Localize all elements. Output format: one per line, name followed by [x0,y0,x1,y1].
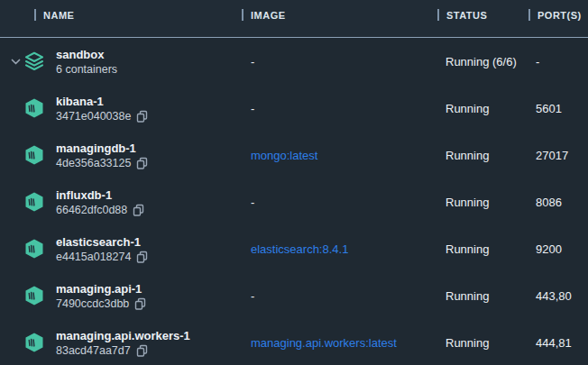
column-header-image-label: IMAGE [251,10,286,21]
container-id: 7490ccdc3dbb [56,297,129,311]
name-cell: kibana-1 3471e040038e [0,85,242,132]
image-link[interactable]: managing.api.workers:latest [242,336,437,350]
ports-cell: 443,80 [528,289,588,303]
ports-cell: 444,81 [528,336,588,350]
image-cell: - [242,102,437,115]
name-cell: managingdb-1 4de356a33125 [0,132,242,178]
copy-button[interactable] [133,204,144,216]
container-icon [23,97,45,119]
copy-icon [134,297,146,310]
name-block: elasticsearch-1 e4415a018274 [56,234,148,264]
container-id: 66462dfc0d88 [56,203,127,217]
name-block: managing.api-1 7490ccdc3dbb [56,281,146,311]
expand-toggle[interactable] [0,59,23,65]
container-id: e4415a018274 [56,250,131,264]
status-cell: Running [437,196,528,209]
name-block: kibana-1 3471e040038e [56,94,148,123]
name-block: sandbox 6 containers [56,47,117,77]
ports-cell: - [528,55,588,68]
container-name: elasticsearch-1 [56,234,148,250]
copy-button[interactable] [136,344,148,357]
column-divider [242,9,243,21]
container-name: influxdb-1 [56,187,144,203]
status-cell: Running (6/6) [437,55,528,68]
table-header: NAME IMAGE STATUS PORT(S) [0,0,588,38]
name-cell: sandbox 6 containers [0,38,242,85]
image-cell: - [242,289,437,303]
column-header-status[interactable]: STATUS [437,0,528,37]
status-cell: Running [437,336,528,350]
column-header-ports-label: PORT(S) [537,10,582,21]
copy-button[interactable] [136,110,148,123]
container-name: managing.api.workers-1 [56,328,190,343]
column-header-status-label: STATUS [446,10,487,21]
name-cell: managing.api-1 7490ccdc3dbb [0,272,242,319]
copy-icon [133,204,144,216]
ports-cell: 8086 [528,196,588,209]
name-block: influxdb-1 66462dfc0d88 [56,187,144,217]
container-id: 83acd47aa7d7 [56,343,131,358]
copy-button[interactable] [136,251,148,263]
container-id: 3471e040038e [56,109,131,123]
name-block: managingdb-1 4de356a33125 [56,141,148,170]
column-divider [528,9,530,21]
table-row-kibana-1[interactable]: kibana-1 3471e040038e - Running 5601 [0,85,588,132]
status-cell: Running [437,242,528,256]
name-cell: elasticsearch-1 e4415a018274 [0,225,242,272]
container-name: sandbox [56,47,117,62]
column-header-name[interactable]: NAME [0,0,242,37]
column-divider [34,9,36,21]
table-row-managingdb-1[interactable]: managingdb-1 4de356a33125 mongo:latest R… [0,132,588,178]
column-header-name-label: NAME [43,10,74,21]
container-icon [23,238,45,260]
copy-icon [136,157,148,169]
container-id: 4de356a33125 [56,156,131,170]
container-icon [23,332,45,353]
name-cell: managing.api.workers-1 83acd47aa7d7 [0,319,242,365]
image-link[interactable]: mongo:latest [242,149,437,162]
table-row-managing-api-workers-1[interactable]: managing.api.workers-1 83acd47aa7d7 mana… [0,319,588,365]
container-count: 6 containers [56,62,117,77]
column-header-ports[interactable]: PORT(S) [528,0,588,37]
container-name: managingdb-1 [56,141,148,156]
image-link[interactable]: elasticsearch:8.4.1 [242,242,437,256]
stack-icon [23,50,45,72]
container-name: kibana-1 [56,94,148,109]
column-header-image[interactable]: IMAGE [242,0,437,37]
ports-cell: 5601 [528,102,588,115]
copy-icon [136,344,148,357]
status-cell: Running [437,102,528,115]
image-cell: - [242,55,437,68]
container-icon [23,144,45,166]
image-cell: - [242,196,437,209]
table-row-managing-api-1[interactable]: managing.api-1 7490ccdc3dbb - Running 44… [0,272,588,319]
copy-icon [136,110,148,123]
ports-cell: 27017 [528,149,588,162]
table-row-elasticsearch-1[interactable]: elasticsearch-1 e4415a018274 elasticsear… [0,225,588,272]
containers-table: NAME IMAGE STATUS PORT(S) sandbox 6 cont… [0,0,588,365]
copy-button[interactable] [134,297,146,310]
container-name: managing.api-1 [56,281,146,297]
status-cell: Running [437,289,528,303]
copy-icon [136,251,148,263]
ports-cell: 9200 [528,242,588,256]
chevron-down-icon [11,59,21,65]
status-cell: Running [437,149,528,162]
table-row-influxdb-1[interactable]: influxdb-1 66462dfc0d88 - Running 8086 [0,178,588,225]
column-divider [437,9,439,21]
name-cell: influxdb-1 66462dfc0d88 [0,178,242,225]
container-icon [23,285,45,306]
group-row-sandbox[interactable]: sandbox 6 containers - Running (6/6) - [0,38,588,85]
name-block: managing.api.workers-1 83acd47aa7d7 [56,328,190,358]
container-icon [23,191,45,213]
copy-button[interactable] [136,157,148,169]
